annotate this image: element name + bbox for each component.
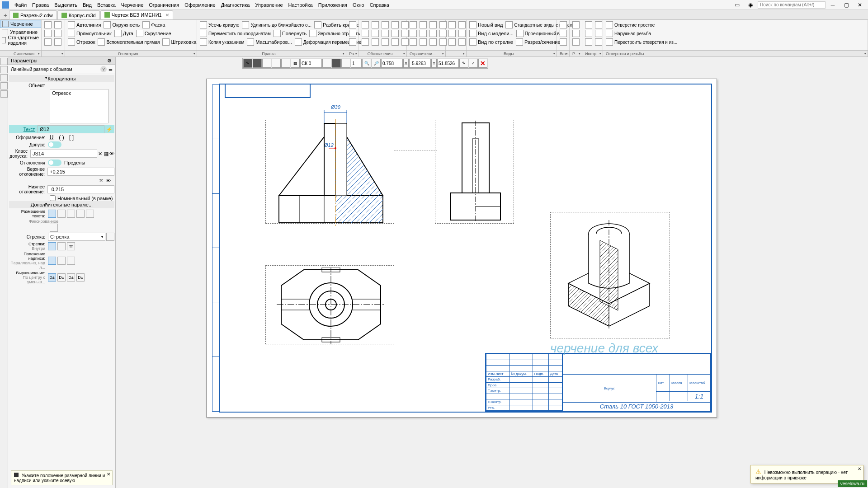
format-bracket[interactable]: [ ] — [68, 134, 75, 141]
ct-dropper[interactable]: ✎ — [459, 59, 468, 68]
btn-trim[interactable]: Усечь кривую — [199, 21, 240, 29]
cap-1[interactable] — [48, 257, 56, 265]
new-tab-button[interactable]: + — [1, 11, 9, 19]
ico[interactable] — [348, 21, 357, 29]
ico[interactable] — [391, 29, 400, 38]
ico[interactable] — [458, 38, 467, 46]
close-button[interactable]: ✕ — [854, 1, 866, 9]
vbar-btn[interactable] — [0, 66, 8, 73]
aux-btn-2[interactable]: ◉ — [744, 1, 757, 9]
menu-drawing[interactable]: Черчение — [118, 2, 146, 8]
ico[interactable] — [559, 29, 568, 38]
ribbon-mode-drawing[interactable]: Черчение — [0, 20, 41, 28]
ico[interactable] — [409, 21, 418, 29]
clear-icon[interactable]: ✕ — [98, 151, 102, 157]
vbar-btn[interactable] — [0, 58, 8, 65]
menu-select[interactable]: Выделить — [52, 2, 80, 8]
ico[interactable] — [419, 21, 428, 29]
align-4[interactable]: D± — [76, 273, 85, 282]
ico[interactable] — [429, 38, 438, 46]
format-u[interactable]: U — [48, 134, 55, 141]
ico[interactable] — [458, 21, 467, 29]
minimize-button[interactable]: ─ — [826, 1, 839, 9]
ct-check[interactable]: ✓ — [469, 59, 478, 68]
deviation-toggle[interactable] — [48, 160, 61, 166]
align-1[interactable]: D± — [48, 273, 56, 282]
menu-layout[interactable]: Оформление — [182, 2, 218, 8]
ico[interactable] — [409, 38, 418, 46]
ico[interactable] — [448, 38, 457, 46]
menu-apps[interactable]: Приложения — [316, 2, 350, 8]
nominal-checkbox[interactable] — [50, 195, 56, 201]
section-coords[interactable]: Координаты — [9, 75, 114, 82]
maximize-button[interactable]: ▢ — [840, 1, 853, 9]
vbar-btn[interactable] — [0, 74, 8, 81]
btn-scale[interactable]: Масштабиров... — [246, 38, 292, 46]
tolerance-class-input[interactable] — [30, 150, 97, 158]
ico[interactable] — [409, 29, 418, 38]
menu-settings[interactable]: Настройка — [286, 2, 316, 8]
ico[interactable] — [458, 29, 467, 38]
sys-btn[interactable] — [43, 38, 52, 46]
ribbon-mode-std[interactable]: Стандартные изделия — [0, 36, 41, 44]
btn-rebuild-holes[interactable]: Перестроить отверстия и из... — [605, 38, 678, 46]
ct-zoom-input[interactable] — [381, 59, 403, 68]
ct-btn[interactable] — [332, 59, 341, 68]
arrow-preview-icon[interactable] — [106, 233, 114, 241]
ico[interactable] — [381, 29, 390, 38]
section-extra[interactable]: Дополнительные параме... — [9, 201, 114, 208]
vbar-btn[interactable] — [0, 90, 8, 98]
lower-deviation-input[interactable] — [47, 185, 114, 193]
menu-constraints[interactable]: Ограничения — [146, 2, 182, 8]
vbar-btn[interactable] — [0, 82, 8, 89]
btn-hatch[interactable]: Штриховка — [161, 38, 197, 46]
align-2[interactable]: D± — [57, 273, 66, 282]
btn-arrowview[interactable]: Вид по стрелке — [468, 38, 514, 46]
ico[interactable] — [594, 21, 603, 29]
menu-insert[interactable]: Вставка — [94, 2, 118, 8]
align-3[interactable]: D± — [67, 273, 75, 282]
text-input[interactable] — [38, 125, 104, 133]
place-opt-1[interactable] — [48, 210, 56, 218]
format-paren[interactable]: ( ) — [58, 134, 65, 141]
close-icon[interactable]: ✕ — [165, 13, 169, 18]
ct-btn[interactable] — [322, 59, 331, 68]
btn-arc[interactable]: Дуга — [113, 29, 134, 38]
arrow-dropdown[interactable]: Стрелка — [48, 233, 105, 241]
cap-3[interactable] — [67, 257, 75, 265]
btn-chamfer[interactable]: Фаска — [142, 21, 166, 29]
ico[interactable] — [448, 21, 457, 29]
btn-auxline[interactable]: Вспомогатель­ная прямая — [97, 38, 160, 46]
gear-icon[interactable]: ⚙ — [107, 58, 113, 63]
ct-cs-select[interactable] — [300, 59, 322, 68]
ico[interactable] — [571, 38, 580, 46]
tab-1[interactable]: Корпус.m3d — [57, 10, 100, 19]
menu-file[interactable]: Файл — [12, 2, 29, 8]
btn-rotate[interactable]: Повернуть — [273, 29, 307, 38]
menu-control[interactable]: Управление — [252, 2, 285, 8]
menu-help[interactable]: Справка — [367, 2, 392, 8]
place-opt-4[interactable] — [76, 210, 85, 218]
ico[interactable] — [571, 21, 580, 29]
btn-hole-simple[interactable]: Отверстие простое — [605, 21, 656, 29]
arrows-out[interactable] — [57, 242, 66, 250]
ct-cancel[interactable]: ✕ — [478, 59, 487, 68]
ct-btn[interactable] — [272, 59, 281, 68]
ico[interactable] — [559, 38, 568, 46]
ico[interactable] — [594, 38, 603, 46]
btn-newview[interactable]: Новый вид — [468, 21, 504, 29]
arrows-in[interactable] — [48, 242, 56, 250]
help-icon[interactable]: ? — [100, 66, 107, 72]
btn-move[interactable]: Переместить по координатам — [199, 29, 272, 38]
command-search[interactable] — [758, 1, 826, 9]
ico[interactable] — [361, 29, 370, 38]
btn-copy[interactable]: Копия указанием — [199, 38, 245, 46]
btn-circle[interactable]: Окружность — [103, 21, 141, 29]
notify-close-icon[interactable]: ✕ — [858, 466, 861, 471]
ico[interactable] — [371, 38, 380, 46]
ico[interactable] — [371, 29, 380, 38]
btn-extend[interactable]: Удлинить до ближайшего о... — [241, 21, 312, 29]
swap-icon[interactable]: ⤧ — [99, 178, 103, 183]
ico[interactable] — [584, 21, 593, 29]
ico[interactable] — [391, 38, 400, 46]
